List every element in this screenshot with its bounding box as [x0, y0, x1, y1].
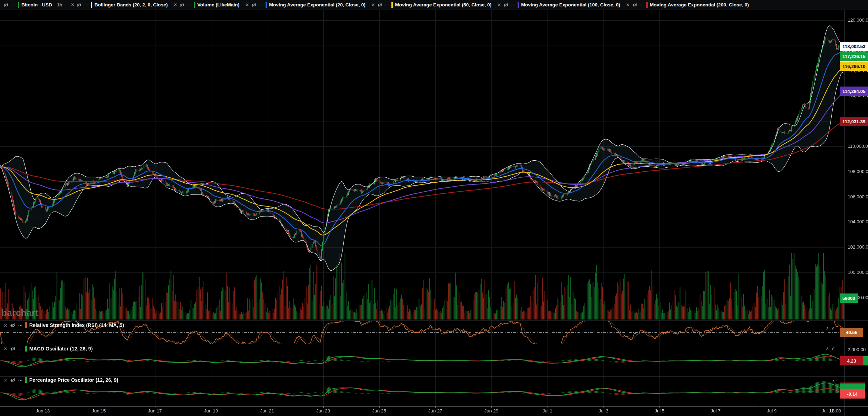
- panel-title: MACD Oscillator (12, 26, 9): [29, 346, 93, 352]
- remove-indicator-icon[interactable]: ✕: [4, 347, 7, 351]
- time-axis-label: Jun 25: [372, 408, 386, 414]
- panel-title: Relative Strength Index (RSI) (14, MA, 5…: [29, 322, 124, 328]
- toolbar-item-ema100[interactable]: ✕ ··· Moving Average Exponential (100, C…: [497, 2, 620, 8]
- remove-indicator-icon[interactable]: ✕: [4, 323, 7, 328]
- macd-panel-header: ✕ ··· MACD Oscillator (12, 26, 9): [4, 346, 93, 352]
- indicator-label: Volume (LikeMain): [197, 2, 240, 7]
- time-axis-tick: [267, 406, 267, 408]
- ema50-badge: 116,296.10: [840, 62, 868, 71]
- more-options-icon[interactable]: ···: [511, 2, 515, 7]
- series-color-bar: [18, 2, 19, 8]
- time-axis-tick: [99, 406, 99, 408]
- series-color-bar: [266, 2, 267, 8]
- interval-label: · 1h ·: [54, 2, 65, 7]
- time-axis-label: Jun 17: [148, 408, 162, 414]
- time-axis-tick: [548, 406, 548, 408]
- remove-indicator-icon[interactable]: ✕: [174, 2, 178, 7]
- price-axis-label: 102,000.00: [848, 244, 868, 250]
- series-color-bar: [391, 2, 393, 8]
- more-options-icon[interactable]: ···: [84, 2, 89, 7]
- remove-indicator-icon[interactable]: ✕: [245, 2, 249, 7]
- price-axis-label: 100,000.00: [848, 269, 868, 276]
- toolbar-item-ema50[interactable]: ✕ ··· Moving Average Exponential (50, Cl…: [371, 2, 491, 8]
- remove-indicator-icon[interactable]: ✕: [497, 2, 501, 7]
- indicator-toolbar: ··· Bitcoin - USD · 1h · ✕ ··· Bollinger…: [0, 0, 868, 10]
- visibility-icon[interactable]: [632, 3, 637, 7]
- indicator-label: Moving Average Exponential (200, Close, …: [650, 2, 749, 7]
- toolbar-item-symbol[interactable]: ··· Bitcoin - USD · 1h ·: [4, 2, 65, 8]
- panel-title: Percentage Price Oscillator (12, 26, 9): [29, 377, 118, 383]
- time-axis-label: Jun 13: [36, 408, 50, 414]
- visibility-icon[interactable]: [77, 3, 82, 7]
- more-options-icon[interactable]: ···: [18, 347, 23, 351]
- time-axis-label: Jul 1: [543, 408, 552, 414]
- time-axis-tick: [379, 406, 380, 408]
- rsi-panel-header: ✕ ··· Relative Strength Index (RSI) (14,…: [4, 322, 124, 328]
- visibility-icon[interactable]: [251, 3, 257, 7]
- visibility-icon[interactable]: [10, 347, 16, 351]
- visibility-icon[interactable]: [10, 378, 16, 383]
- price-axis-label: 120,000.00: [848, 17, 868, 24]
- ema200-badge: 112,031.39: [840, 117, 868, 126]
- visibility-icon[interactable]: [4, 3, 9, 7]
- remove-indicator-icon[interactable]: ✕: [71, 2, 75, 7]
- time-axis-tick: [323, 406, 324, 408]
- time-axis-label: Jun 27: [428, 408, 442, 414]
- volume-badge: 59000: [840, 293, 858, 303]
- time-axis-tick: [155, 406, 155, 408]
- time-axis-tick: [211, 406, 211, 408]
- visibility-icon[interactable]: [10, 323, 16, 328]
- symbol-label: Bitcoin - USD: [21, 2, 52, 7]
- more-options-icon[interactable]: ···: [187, 2, 192, 7]
- series-color-bar: [25, 377, 27, 383]
- toolbar-item-volume[interactable]: ✕ ··· Volume (LikeMain): [174, 2, 240, 8]
- time-axis-label: 13:00: [830, 408, 841, 414]
- time-axis-tick: [659, 406, 660, 408]
- time-axis-label: Jun 29: [484, 408, 498, 414]
- indicator-label: Moving Average Exponential (100, Close, …: [521, 2, 620, 7]
- visibility-icon[interactable]: [377, 3, 382, 7]
- toolbar-item-ema200[interactable]: ✕ ··· Moving Average Exponential (200, C…: [626, 2, 749, 8]
- toolbar-item-ema20[interactable]: ✕ ··· Moving Average Exponential (20, Cl…: [245, 2, 365, 8]
- more-options-icon[interactable]: ···: [18, 323, 23, 328]
- toolbar-item-bollinger[interactable]: ✕ ··· Bollinger Bands (20, 2, 0, Close): [71, 2, 168, 8]
- time-axis-label: Jul 7: [711, 408, 720, 414]
- time-axis-tick: [435, 406, 436, 408]
- price-axis-label: 106,000.00: [848, 194, 868, 200]
- visibility-icon[interactable]: [180, 3, 185, 7]
- time-axis-label: Jun 21: [260, 408, 274, 414]
- time-axis-label: Jun 19: [204, 408, 218, 414]
- ppo-collapse-icon[interactable]: ∧: [832, 379, 837, 383]
- remove-indicator-icon[interactable]: ✕: [4, 378, 7, 383]
- more-options-icon[interactable]: ···: [640, 2, 644, 7]
- remove-indicator-icon[interactable]: ✕: [626, 2, 630, 7]
- time-axis-label: Jul 5: [655, 408, 664, 414]
- more-options-icon[interactable]: ···: [18, 378, 23, 383]
- visibility-icon[interactable]: [503, 3, 509, 7]
- indicator-label: Moving Average Exponential (50, Close, 0…: [395, 2, 492, 7]
- bollinger-upper-badge: 118,002.53: [840, 42, 868, 51]
- ppo-panel-header: ✕ ··· Percentage Price Oscillator (12, 2…: [4, 377, 118, 383]
- time-axis-label: Jul 9: [767, 408, 776, 414]
- time-axis-tick: [828, 406, 828, 408]
- price-axis-label: 110,000.00: [848, 143, 868, 150]
- time-axis-tick: [43, 406, 43, 408]
- more-options-icon[interactable]: ···: [385, 2, 389, 7]
- series-color-bar: [91, 2, 92, 8]
- chart-canvas[interactable]: [0, 0, 868, 416]
- macd-axis-label: 2,000.00: [848, 347, 866, 353]
- remove-indicator-icon[interactable]: ✕: [371, 2, 375, 7]
- more-options-icon[interactable]: ···: [11, 2, 16, 7]
- time-axis-label: Jul 3: [599, 408, 608, 414]
- rsi-collapse-icons[interactable]: ∧∨: [826, 326, 837, 331]
- time-axis-label: Jun 23: [316, 408, 330, 414]
- time-axis-tick: [772, 406, 772, 408]
- time-axis-tick: [716, 406, 716, 408]
- series-color-bar: [194, 2, 195, 8]
- more-options-icon[interactable]: ···: [259, 2, 263, 7]
- time-axis-tick: [604, 406, 604, 408]
- macd-collapse-icons[interactable]: ∧∨: [826, 346, 837, 351]
- time-axis-tick: [839, 406, 839, 408]
- macd-badge: 4.23: [840, 356, 863, 365]
- time-axis-tick: [491, 406, 492, 408]
